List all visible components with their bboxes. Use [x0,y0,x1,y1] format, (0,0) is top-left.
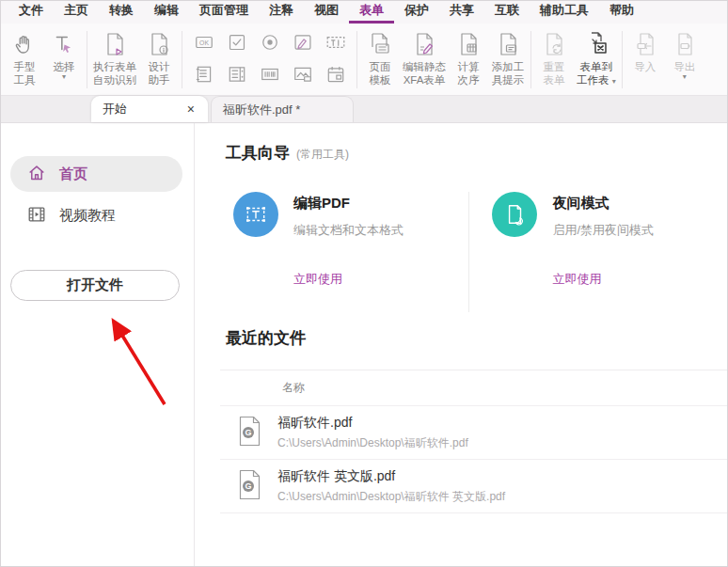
open-file-button[interactable]: 打开文件 [10,270,180,301]
design-assistant-label2: 助手 [149,73,170,87]
add-tooltip-icon [495,28,521,60]
tab-start[interactable]: 开始 × [91,96,208,122]
design-assistant-button[interactable]: 设计 助手 [139,26,179,93]
menu-page-management[interactable]: 页面管理 [189,0,259,24]
form-to-sheet-label2: 工作表 ▾ [577,73,616,87]
combo-box-field-button[interactable] [227,64,247,88]
svg-text:OK: OK [199,39,209,46]
menu-share[interactable]: 共享 [439,0,484,24]
svg-text:G: G [245,481,251,491]
hand-tool-button[interactable]: 手型 工具 [5,26,44,93]
card-edit-pdf[interactable]: 编辑PDF 编辑文档和文本格式 立即使用 [233,192,468,307]
ribbon-separator [87,31,87,88]
video-icon [26,204,47,228]
menu-accessibility[interactable]: 辅助工具 [530,0,599,24]
edit-pdf-use-now-link[interactable]: 立即使用 [293,271,468,288]
hand-tool-label: 手型 [14,60,36,73]
menu-help[interactable]: 帮助 [599,0,644,24]
sidebar-item-home[interactable]: 首页 [10,156,182,192]
ribbon-separator [182,31,182,88]
select-dropdown-caret[interactable]: ▾ [62,73,66,80]
tool-wizard-title: 工具向导 [226,142,290,164]
export-button[interactable]: 导出 ▾ [665,26,704,93]
edit-pdf-desc: 编辑文档和文本格式 [293,222,404,239]
edit-static-xfa-button[interactable]: 编辑静态 XFA表单 [400,26,449,93]
form-to-sheet-label: 表单到 [580,60,613,73]
sidebar-item-video-tutorials[interactable]: 视频教程 [10,197,182,233]
signature-field-button[interactable] [293,32,313,56]
add-tooltip-button[interactable]: 添加工 具提示 [488,26,528,93]
radio-button-field-button[interactable] [260,32,280,56]
menu-form[interactable]: 表单 [349,0,394,24]
recent-files-name-column[interactable]: 名称 [220,370,727,406]
ribbon-separator [530,31,531,88]
barcode-field-button[interactable] [260,64,280,88]
page-template-button[interactable]: 页面 模板 [360,26,400,93]
menu-connect[interactable]: 互联 [484,0,530,24]
form-to-sheet-caret[interactable]: ▾ [612,77,616,86]
hand-icon [12,28,37,60]
calculation-order-label: 计算 [458,60,480,73]
tab-document-label: 福昕软件.pdf * [223,102,300,118]
list-box-field-button[interactable] [194,64,214,88]
tool-wizard-subtitle: (常用工具) [296,147,349,163]
svg-text:G: G [245,428,251,437]
design-assistant-icon [146,28,172,60]
menu-view[interactable]: 视图 [304,0,349,24]
tool-wizard-header: 工具向导 (常用工具) [226,142,727,164]
form-to-sheet-icon [582,28,610,60]
add-tooltip-label: 添加工 [492,60,525,73]
menu-file[interactable]: 文件 [8,0,54,24]
export-caret[interactable]: ▾ [683,73,687,80]
page-template-label2: 模板 [370,73,391,87]
edit-xfa-icon [411,28,437,60]
file-path: C:\Users\Admin\Desktop\福昕软件.pdf [277,435,468,451]
reset-form-button[interactable]: 重置 表单 [534,26,574,93]
menu-comment[interactable]: 注释 [259,0,304,24]
page-template-icon [367,28,393,60]
menu-convert[interactable]: 转换 [99,0,144,24]
recent-file-row[interactable]: G 福昕软件.pdf C:\Users\Admin\Desktop\福昕软件.p… [220,406,727,460]
import-icon [632,28,658,60]
file-name: 福昕软件.pdf [277,415,468,432]
import-button[interactable]: 导入 [625,26,665,93]
sidebar-home-label: 首页 [59,165,87,183]
run-form-recognition-button[interactable]: 执行表单 自动识别 [90,26,139,93]
night-mode-desc: 启用/禁用夜间模式 [552,222,654,239]
form-recognition-icon [102,28,128,60]
reset-form-icon [541,28,567,60]
select-tool-button[interactable]: 选择 ▾ [44,26,84,93]
recent-file-row[interactable]: G 福昕软件 英文版.pdf C:\Users\Admin\Desktop\福昕… [220,460,727,513]
menu-bar: 文件 主页 转换 编辑 页面管理 注释 视图 表单 保护 共享 互联 辅助工具 … [1,1,727,24]
home-icon [26,163,47,186]
edit-pdf-icon [233,192,278,237]
select-tool-label: 选择 [54,60,75,73]
night-mode-use-now-link[interactable]: 立即使用 [552,271,727,288]
menu-edit[interactable]: 编辑 [144,0,189,24]
push-button-field-button[interactable]: OK [194,32,214,56]
tab-document[interactable]: 福昕软件.pdf * [211,96,354,122]
export-label: 导出 [673,60,695,73]
night-mode-icon [492,192,537,237]
calculation-order-icon [455,28,482,60]
date-field-button[interactable] [325,64,346,88]
import-label: 导入 [634,60,656,73]
reset-form-label2: 表单 [544,73,565,87]
calculation-order-button[interactable]: 计算 次序 [449,26,488,93]
pdf-file-icon: G [237,469,262,504]
check-box-field-button[interactable] [227,32,247,56]
design-assistant-label: 设计 [149,60,170,73]
card-night-mode[interactable]: 夜间模式 启用/禁用夜间模式 立即使用 [492,192,727,307]
add-tooltip-label2: 具提示 [492,73,525,87]
menu-protect[interactable]: 保护 [394,0,439,24]
edit-xfa-label2: XFA表单 [404,73,446,87]
calculation-order-label2: 次序 [458,73,480,87]
select-cursor-icon [52,28,76,60]
menu-home[interactable]: 主页 [54,0,99,24]
form-to-sheet-button[interactable]: 表单到 工作表 ▾ [574,26,619,93]
tab-close-icon[interactable]: × [185,102,197,117]
image-field-button[interactable] [293,64,313,88]
card-divider [468,192,469,312]
text-field-button[interactable] [325,32,346,56]
form-ribbon: 手型 工具 选择 ▾ 执行表单 自动识别 设计 [1,24,727,96]
